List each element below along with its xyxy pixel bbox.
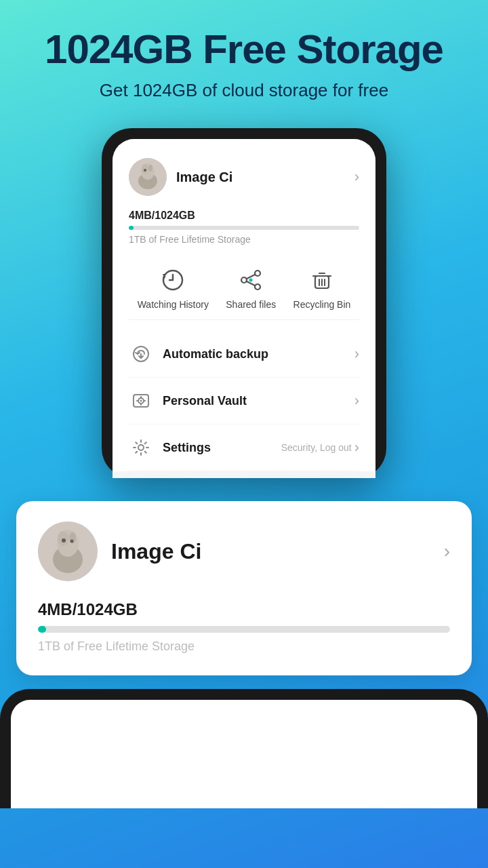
settings-secondary-text: Security, Log out: [281, 442, 352, 453]
personal-vault-label: Personal Vault: [163, 394, 354, 408]
floating-progress-fill: [38, 626, 46, 633]
svg-point-32: [58, 531, 68, 546]
watching-history-button[interactable]: Watching History: [138, 265, 209, 310]
settings-icon: [129, 435, 153, 460]
svg-point-35: [70, 540, 74, 543]
header-section: 1024GB Free Storage Get 1024GB of cloud …: [0, 0, 488, 115]
settings-item[interactable]: Settings Security, Log out ›: [129, 425, 359, 471]
chevron-right-icon-2: ›: [354, 392, 359, 410]
avatar: [129, 158, 167, 196]
watching-history-label: Watching History: [138, 299, 209, 310]
bin-icon: [307, 265, 337, 295]
floating-profile-row[interactable]: Image Ci ›: [38, 521, 450, 581]
svg-point-28: [138, 445, 144, 450]
floating-card: Image Ci › 4MB/1024GB 1TB of Free Lifeti…: [16, 501, 472, 675]
vault-icon: [129, 389, 153, 413]
chevron-right-icon: ›: [354, 345, 359, 363]
app-content: Image Ci › 4MB/1024GB 1TB of Free Lifeti…: [113, 139, 375, 471]
progress-track: [129, 226, 359, 230]
svg-point-4: [148, 165, 152, 172]
storage-used-label: 4MB/1024GB: [129, 210, 359, 222]
floating-storage-label: 4MB/1024GB: [38, 600, 450, 619]
profile-name: Image Ci: [176, 170, 354, 185]
shared-files-label: Shared files: [226, 299, 276, 310]
floating-storage-sub: 1TB of Free Lifetime Storage: [38, 639, 450, 654]
sub-title: Get 1024GB of cloud storage for free: [20, 80, 468, 101]
profile-row[interactable]: Image Ci ›: [129, 158, 359, 196]
svg-point-5: [144, 169, 146, 172]
svg-point-12: [249, 279, 253, 282]
chevron-right-icon: ›: [354, 168, 359, 186]
svg-point-9: [241, 277, 247, 283]
bottom-phone-partial: [0, 689, 488, 808]
floating-chevron-right-icon: ›: [444, 540, 450, 562]
svg-point-23: [140, 400, 142, 402]
automatic-backup-label: Automatic backup: [163, 347, 354, 361]
main-title: 1024GB Free Storage: [20, 27, 468, 72]
phone-mockup: Image Ci › 4MB/1024GB 1TB of Free Lifeti…: [102, 128, 386, 508]
svg-line-10: [247, 275, 255, 279]
quick-actions: Watching History: [129, 258, 359, 320]
backup-icon: [129, 342, 153, 366]
shared-files-button[interactable]: Shared files: [226, 265, 276, 310]
share-icon: [236, 265, 266, 295]
menu-chevron: ›: [354, 345, 359, 363]
chevron-right-icon-3: ›: [354, 439, 359, 456]
svg-line-11: [247, 281, 255, 285]
recycling-bin-button[interactable]: Recycling Bin: [293, 265, 351, 310]
personal-vault-item[interactable]: Personal Vault ›: [129, 378, 359, 425]
storage-sub-label: 1TB of Free Lifetime Storage: [129, 234, 359, 245]
floating-profile-name: Image Ci: [111, 539, 444, 564]
progress-fill: [129, 226, 134, 230]
svg-point-7: [255, 271, 260, 276]
floating-avatar: [38, 521, 98, 581]
settings-secondary: Security, Log out ›: [281, 439, 359, 456]
phone-screen: Image Ci › 4MB/1024GB 1TB of Free Lifeti…: [113, 139, 375, 478]
svg-point-8: [255, 284, 260, 290]
svg-point-34: [62, 538, 66, 542]
history-icon: [158, 265, 188, 295]
bottom-screen: [11, 700, 477, 808]
menu-chevron-2: ›: [354, 392, 359, 410]
floating-progress-track: [38, 626, 450, 633]
phone-frame: Image Ci › 4MB/1024GB 1TB of Free Lifeti…: [102, 128, 386, 478]
settings-label: Settings: [163, 441, 281, 455]
automatic-backup-item[interactable]: Automatic backup ›: [129, 331, 359, 378]
recycling-bin-label: Recycling Bin: [293, 299, 351, 310]
